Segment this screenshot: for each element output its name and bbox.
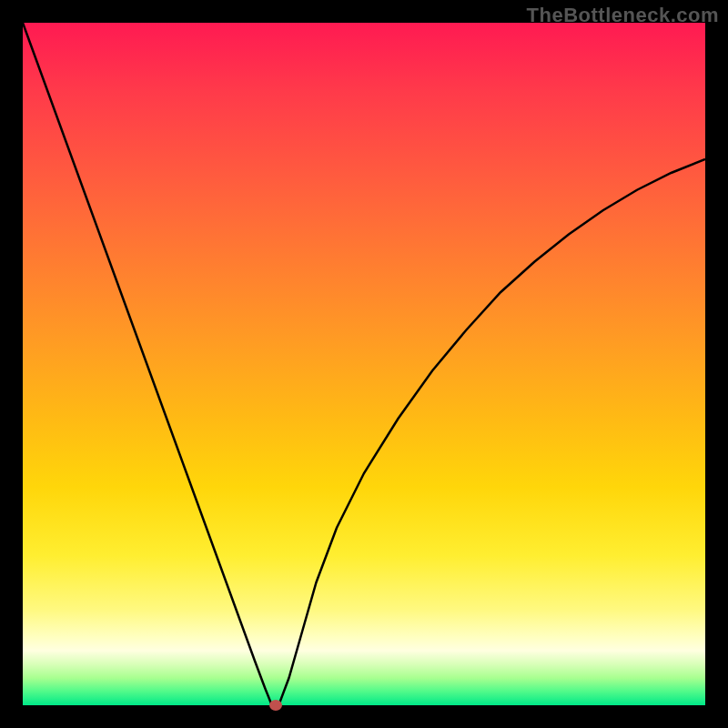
optimal-point-marker — [269, 700, 282, 711]
plot-area — [23, 23, 705, 705]
curve-path — [23, 23, 705, 705]
bottleneck-curve — [23, 23, 705, 705]
watermark-text: TheBottleneck.com — [527, 4, 719, 27]
chart-frame: TheBottleneck.com — [0, 0, 728, 728]
